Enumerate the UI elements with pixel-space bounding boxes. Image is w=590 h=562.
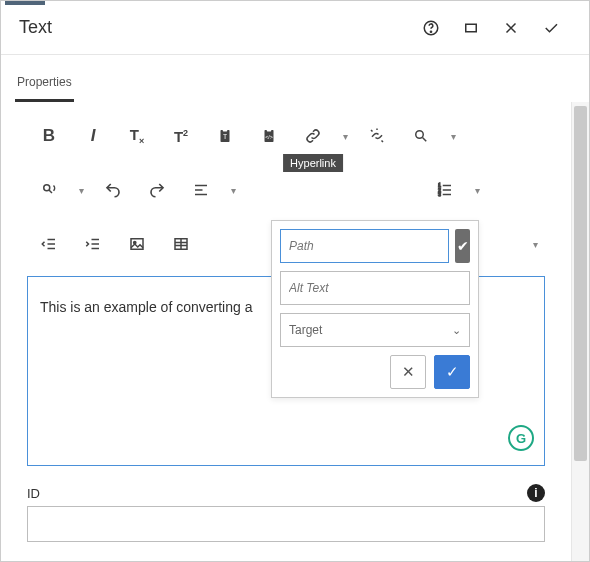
- text-style-button[interactable]: T×: [115, 116, 159, 156]
- fullscreen-icon[interactable]: [451, 8, 491, 48]
- redo-button[interactable]: [135, 170, 179, 210]
- scroll-thumb[interactable]: [574, 106, 587, 461]
- target-label: Target: [289, 323, 322, 337]
- bold-button[interactable]: B: [27, 116, 71, 156]
- table-button[interactable]: [159, 224, 203, 264]
- toolbar-row-1: B I T× T2 T </> Hyperlink ▾: [27, 102, 545, 156]
- svg-rect-14: [131, 239, 143, 250]
- chevron-down-icon: ⌄: [452, 324, 461, 337]
- svg-point-1: [430, 31, 431, 32]
- scrollbar[interactable]: [571, 102, 589, 561]
- popover-cancel-button[interactable]: ✕: [390, 355, 426, 389]
- confirm-icon[interactable]: [531, 8, 571, 48]
- id-label: ID: [27, 486, 40, 501]
- svg-rect-7: [267, 129, 272, 132]
- hyperlink-caret[interactable]: ▾: [335, 116, 355, 156]
- svg-point-10: [44, 185, 50, 191]
- text-dialog: Text Properties B I T× T2 T: [0, 0, 590, 562]
- hyperlink-button[interactable]: Hyperlink: [291, 116, 335, 156]
- replace-button[interactable]: [27, 170, 71, 210]
- help-icon[interactable]: [411, 8, 451, 48]
- popover-apply-button[interactable]: ✓: [434, 355, 470, 389]
- svg-rect-4: [223, 129, 228, 132]
- indent-button[interactable]: [71, 224, 115, 264]
- scroll-track: [574, 104, 587, 559]
- replace-caret[interactable]: ▾: [71, 170, 91, 210]
- dialog-title: Text: [19, 17, 411, 38]
- id-field-row: ID i: [27, 484, 545, 542]
- paste-text-button[interactable]: T: [203, 116, 247, 156]
- accent-bar: [5, 1, 45, 5]
- hyperlink-popover: ✔ Target ⌄ ✕ ✓: [271, 220, 479, 398]
- id-label-row: ID i: [27, 484, 545, 502]
- svg-text:</>: </>: [265, 134, 273, 140]
- list-caret[interactable]: ▾: [467, 170, 487, 210]
- numbered-list-button[interactable]: 123: [423, 170, 467, 210]
- grammarly-badge[interactable]: G: [508, 425, 534, 451]
- paste-html-button[interactable]: </>: [247, 116, 291, 156]
- target-select[interactable]: Target ⌄: [280, 313, 470, 347]
- path-input[interactable]: [280, 229, 449, 263]
- outdent-button[interactable]: [27, 224, 71, 264]
- italic-button[interactable]: I: [71, 116, 115, 156]
- align-caret[interactable]: ▾: [223, 170, 243, 210]
- dialog-header: Text: [1, 1, 589, 55]
- editor-content: This is an example of converting a: [40, 299, 252, 315]
- undo-button[interactable]: [91, 170, 135, 210]
- unlink-button[interactable]: [355, 116, 399, 156]
- svg-point-9: [416, 131, 424, 139]
- align-button[interactable]: [179, 170, 223, 210]
- tab-properties[interactable]: Properties: [15, 69, 74, 102]
- editor-column: B I T× T2 T </> Hyperlink ▾: [1, 102, 571, 561]
- svg-text:T: T: [223, 133, 227, 140]
- superscript-button[interactable]: T2: [159, 116, 203, 156]
- find-button[interactable]: [399, 116, 443, 156]
- more-caret[interactable]: ▾: [525, 224, 545, 264]
- image-button[interactable]: [115, 224, 159, 264]
- svg-text:3: 3: [438, 192, 441, 197]
- alt-text-input[interactable]: [280, 271, 470, 305]
- close-icon[interactable]: [491, 8, 531, 48]
- tab-strip: Properties: [1, 55, 589, 102]
- dialog-body: B I T× T2 T </> Hyperlink ▾: [1, 102, 589, 561]
- find-caret[interactable]: ▾: [443, 116, 463, 156]
- id-input[interactable]: [27, 506, 545, 542]
- info-icon[interactable]: i: [527, 484, 545, 502]
- path-picker-button[interactable]: ✔: [455, 229, 470, 263]
- hyperlink-tooltip: Hyperlink: [283, 154, 343, 172]
- svg-rect-2: [466, 24, 477, 32]
